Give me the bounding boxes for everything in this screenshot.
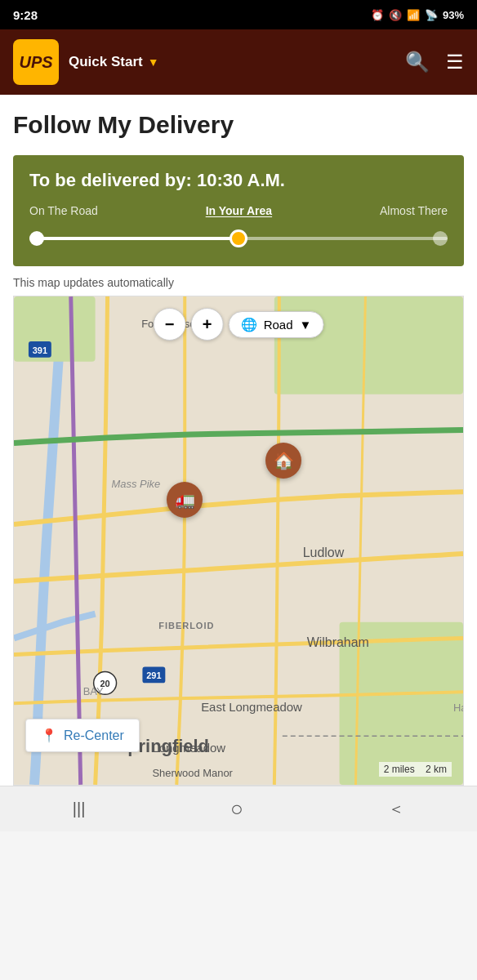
recenter-label: Re-Center: [64, 728, 124, 743]
mute-icon: 🔇: [389, 9, 402, 21]
delivery-time: To be delivered by: 10:30 A.M.: [29, 170, 448, 191]
progress-bar: [29, 227, 448, 250]
svg-text:291: 291: [146, 670, 161, 680]
scale-km: 2 km: [426, 764, 447, 775]
progress-track: [29, 237, 448, 240]
map-view-label: Road: [264, 318, 293, 332]
signal-icon: 📡: [425, 9, 438, 21]
nav-back-button[interactable]: ＜: [388, 798, 404, 820]
search-icon[interactable]: 🔍: [405, 51, 430, 74]
progress-steps: On The Road In Your Area Almost There: [29, 204, 448, 217]
nav-home-button[interactable]: ○: [230, 796, 243, 822]
progress-dot-end: [433, 231, 448, 246]
svg-text:391: 391: [33, 345, 47, 355]
svg-text:FIBERLOID: FIBERLOID: [158, 621, 214, 630]
alarm-icon: ⏰: [371, 9, 384, 21]
step-almost-there: Almost There: [380, 204, 448, 217]
page-content: Follow My Delivery To be delivered by: 1…: [0, 95, 477, 786]
map-controls: − + 🌐 Road ▼: [154, 308, 324, 341]
zoom-in-button[interactable]: +: [191, 308, 224, 341]
progress-dot-middle: [230, 229, 247, 247]
nav-recent-button[interactable]: |||: [73, 800, 86, 818]
ups-logo: UPS: [13, 39, 59, 85]
location-icon: 📍: [41, 728, 57, 743]
truck-icon: 🚛: [175, 490, 195, 510]
zoom-out-button[interactable]: −: [154, 308, 186, 341]
chevron-down-icon: ▼: [148, 56, 159, 69]
map-view-selector[interactable]: 🌐 Road ▼: [229, 311, 324, 338]
svg-text:Sherwood Manor: Sherwood Manor: [152, 767, 233, 779]
svg-text:Mass Pike: Mass Pike: [112, 478, 161, 490]
quick-start-label: Quick Start: [69, 54, 143, 70]
home-icon: 🏠: [274, 451, 294, 470]
svg-text:East Longmeadow: East Longmeadow: [201, 700, 302, 714]
menu-icon[interactable]: ☰: [446, 51, 464, 74]
wifi-icon: 📶: [407, 9, 420, 21]
map-scale: 2 miles 2 km: [379, 762, 452, 777]
bottom-nav: ||| ○ ＜: [0, 786, 477, 831]
globe-icon: 🌐: [241, 317, 257, 332]
scale-miles: 2 miles: [384, 764, 415, 775]
status-icons: ⏰ 🔇 📶 📡 93%: [371, 9, 464, 21]
svg-rect-3: [14, 296, 96, 362]
delivery-status-card: To be delivered by: 10:30 A.M. On The Ro…: [13, 155, 464, 266]
status-bar: 9:28 ⏰ 🔇 📶 📡 93%: [0, 0, 477, 29]
header-left: UPS Quick Start ▼: [13, 39, 159, 85]
recenter-button[interactable]: 📍 Re-Center: [25, 719, 140, 752]
map-note: This map updates automatically: [13, 276, 464, 289]
svg-text:Wilbraham: Wilbraham: [307, 635, 369, 649]
progress-dot-start: [29, 231, 44, 246]
step-on-the-road: On The Road: [29, 204, 98, 217]
time-display: 9:28: [13, 8, 38, 22]
svg-text:BAY: BAY: [83, 685, 104, 697]
step-in-your-area: In Your Area: [206, 204, 272, 217]
svg-text:Ha...: Ha...: [453, 702, 463, 714]
header-right: 🔍 ☰: [405, 51, 464, 74]
page-title: Follow My Delivery: [13, 111, 464, 139]
progress-fill: [29, 237, 238, 240]
svg-text:Ludlow: Ludlow: [303, 546, 345, 559]
truck-marker: 🚛: [167, 482, 203, 518]
quick-start-button[interactable]: Quick Start ▼: [69, 54, 159, 70]
svg-text:Longmeadow: Longmeadow: [152, 741, 225, 755]
app-header: UPS Quick Start ▼ 🔍 ☰: [0, 29, 477, 95]
chevron-down-icon: ▼: [300, 318, 312, 332]
map-background: 391 291 20 91 Force Base Mass Pike FIBER…: [14, 296, 463, 785]
map-container[interactable]: 391 291 20 91 Force Base Mass Pike FIBER…: [13, 296, 464, 786]
battery-display: 93%: [443, 9, 464, 21]
